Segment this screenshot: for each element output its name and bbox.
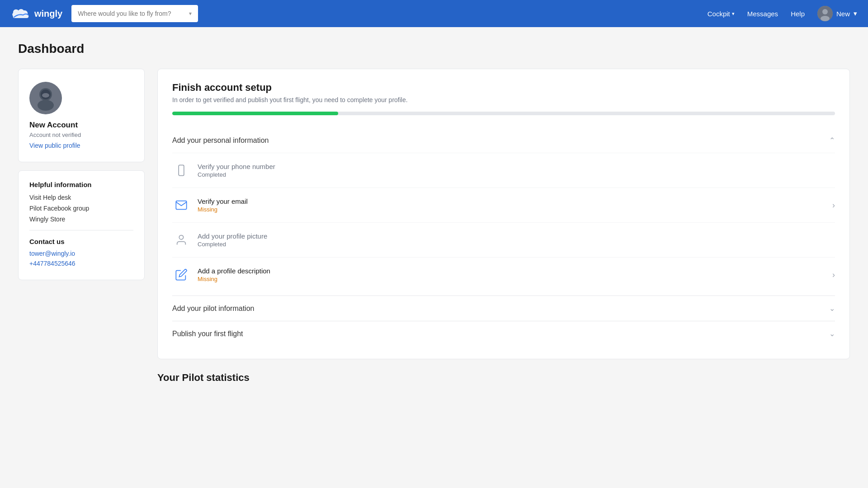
email-icon <box>172 196 190 214</box>
pilot-statistics-section: Your Pilot statistics <box>157 372 850 384</box>
section-pilot-chevron-icon: ⌄ <box>829 304 835 313</box>
checklist-item-picture: Add your profile picture Completed <box>172 222 835 257</box>
section-flight-header[interactable]: Publish your first flight ⌄ <box>172 321 835 346</box>
svg-rect-8 <box>179 165 184 175</box>
profile-status: Account not verified <box>29 131 81 138</box>
section-pilot-title: Add your pilot information <box>172 305 254 313</box>
pilot-stats-title: Your Pilot statistics <box>157 372 850 384</box>
user-icon <box>172 231 190 249</box>
section-personal: Add your personal information ⌃ <box>172 128 835 296</box>
contact-us-title: Contact us <box>29 238 133 245</box>
progress-bar <box>172 112 835 115</box>
main-content: Finish account setup In order to get ver… <box>157 69 850 384</box>
logo[interactable]: wingly <box>11 6 62 21</box>
profile-avatar <box>29 82 62 114</box>
section-personal-title: Add your personal information <box>172 136 269 145</box>
email-arrow-icon: › <box>832 201 835 210</box>
search-input[interactable] <box>78 10 185 17</box>
app-header: wingly ▾ Cockpit ▾ Messages Help New <box>0 0 868 27</box>
picture-status: Completed <box>198 241 267 248</box>
main-wrapper: Dashboard New Account Account not verifi… <box>0 27 868 398</box>
checklist-item-phone: Verify your phone number Completed <box>172 153 835 188</box>
section-personal-header[interactable]: Add your personal information ⌃ <box>172 128 835 153</box>
search-bar[interactable]: ▾ <box>71 5 198 22</box>
nav-cockpit-label: Cockpit <box>708 10 730 18</box>
contact-email-link[interactable]: tower@wingly.io <box>29 250 133 257</box>
email-status: Missing <box>198 206 248 213</box>
section-pilot-header[interactable]: Add your pilot information ⌄ <box>172 296 835 321</box>
section-flight-chevron-icon: ⌄ <box>829 329 835 338</box>
email-label: Verify your email <box>198 197 248 205</box>
nav-cockpit-link[interactable]: Cockpit ▾ <box>708 10 735 18</box>
search-chevron-icon: ▾ <box>189 10 192 17</box>
description-text: Add a profile description Missing <box>198 267 270 282</box>
sidebar: New Account Account not verified View pu… <box>18 69 145 280</box>
info-divider <box>29 230 133 230</box>
contact-phone-link[interactable]: +447784525646 <box>29 260 133 267</box>
page-title: Dashboard <box>18 42 850 56</box>
picture-label: Add your profile picture <box>198 232 267 240</box>
svg-point-1 <box>822 9 828 14</box>
profile-card: New Account Account not verified View pu… <box>18 69 145 162</box>
user-menu[interactable]: New ▾ <box>817 6 857 21</box>
avatar <box>817 6 833 21</box>
helpful-info-title: Helpful information <box>29 181 133 188</box>
svg-point-10 <box>179 235 183 239</box>
section-flight-title: Publish your first flight <box>172 330 243 338</box>
facebook-group-link[interactable]: Pilot Facebook group <box>29 205 133 212</box>
description-label: Add a profile description <box>198 267 270 275</box>
logo-text: wingly <box>34 9 62 19</box>
main-nav: Cockpit ▾ Messages Help New ▾ <box>708 6 857 21</box>
cockpit-chevron-icon: ▾ <box>732 11 735 17</box>
setup-card: Finish account setup In order to get ver… <box>157 69 850 359</box>
section-personal-body: Verify your phone number Completed <box>172 153 835 296</box>
phone-status: Completed <box>198 171 275 178</box>
setup-title: Finish account setup <box>172 82 835 94</box>
nav-help-link[interactable]: Help <box>791 10 805 18</box>
view-public-profile-link[interactable]: View public profile <box>29 142 80 149</box>
phone-label: Verify your phone number <box>198 163 275 170</box>
description-status: Missing <box>198 276 270 282</box>
nav-help-label: Help <box>791 10 805 18</box>
svg-point-7 <box>42 93 49 98</box>
nav-messages-link[interactable]: Messages <box>747 10 778 18</box>
wingly-store-link[interactable]: Wingly Store <box>29 216 133 223</box>
picture-text: Add your profile picture Completed <box>198 232 267 248</box>
section-personal-chevron-icon: ⌃ <box>829 136 835 145</box>
progress-bar-fill <box>172 112 338 115</box>
edit-icon <box>172 266 190 284</box>
checklist-item-email[interactable]: Verify your email Missing › <box>172 188 835 222</box>
user-chevron-icon: ▾ <box>854 9 857 18</box>
description-arrow-icon: › <box>832 270 835 280</box>
checklist-item-description[interactable]: Add a profile description Missing › <box>172 257 835 292</box>
user-new-label: New <box>836 10 850 18</box>
phone-icon <box>172 161 190 179</box>
setup-subtitle: In order to get verified and publish you… <box>172 96 835 103</box>
email-text: Verify your email Missing <box>198 197 248 213</box>
help-desk-link[interactable]: Visit Help desk <box>29 194 133 201</box>
phone-text: Verify your phone number Completed <box>198 163 275 178</box>
svg-point-5 <box>38 100 54 111</box>
content-layout: New Account Account not verified View pu… <box>18 69 850 384</box>
svg-point-2 <box>821 16 830 21</box>
info-card: Helpful information Visit Help desk Pilo… <box>18 170 145 280</box>
nav-messages-label: Messages <box>747 10 778 18</box>
profile-name: New Account <box>29 121 78 130</box>
